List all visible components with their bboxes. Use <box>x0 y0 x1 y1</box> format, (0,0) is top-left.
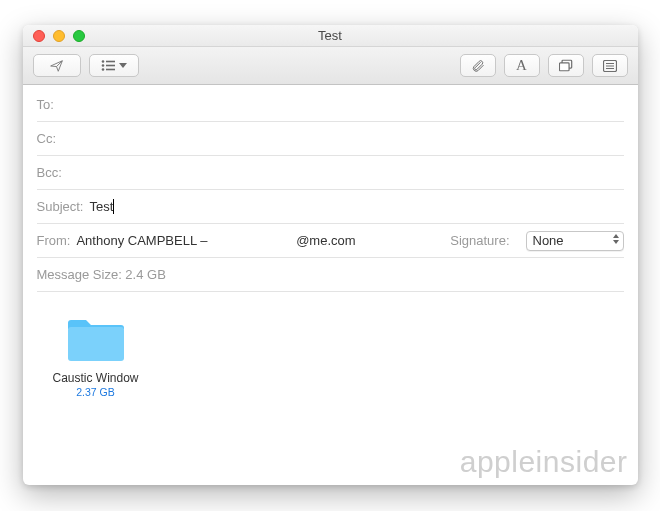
signature-group: Signature: None <box>450 231 623 251</box>
from-email-suffix: @me.com <box>296 233 355 248</box>
bcc-row: Bcc: <box>37 156 624 190</box>
subject-label: Subject: <box>37 199 84 214</box>
cc-input[interactable] <box>62 131 624 146</box>
signature-label: Signature: <box>450 233 509 248</box>
message-size-text: Message Size: 2.4 GB <box>37 267 166 282</box>
from-label: From: <box>37 233 71 248</box>
to-input[interactable] <box>60 97 624 112</box>
folder-icon <box>65 314 127 364</box>
message-body[interactable]: Caustic Window 2.37 GB appleinsider <box>23 292 638 485</box>
cc-label: Cc: <box>37 131 57 146</box>
list-icon <box>101 60 115 71</box>
svg-point-0 <box>101 60 104 63</box>
bcc-label: Bcc: <box>37 165 62 180</box>
select-stepper-icon <box>613 234 619 244</box>
letter-a-icon: A <box>516 57 527 74</box>
svg-rect-3 <box>106 65 115 67</box>
from-name[interactable]: Anthony CAMPBELL – <box>76 233 207 248</box>
header-fields-menu-button[interactable] <box>89 54 139 77</box>
from-row: From: Anthony CAMPBELL – @me.com Signatu… <box>37 224 624 258</box>
send-button[interactable] <box>33 54 81 77</box>
redacted-email-prefix <box>211 236 296 248</box>
toolbar: A <box>23 47 638 85</box>
cc-row: Cc: <box>37 122 624 156</box>
to-row: To: <box>37 88 624 122</box>
paperclip-icon <box>471 58 485 74</box>
paper-plane-icon <box>48 59 65 73</box>
titlebar: Test <box>23 25 638 47</box>
minimize-window-button[interactable] <box>53 30 65 42</box>
format-button[interactable]: A <box>504 54 540 77</box>
subject-row: Subject: Test <box>37 190 624 224</box>
compose-window: Test A <box>23 25 638 485</box>
window-title: Test <box>23 28 638 43</box>
message-size-row: Message Size: 2.4 GB <box>37 258 624 292</box>
svg-rect-5 <box>106 69 115 71</box>
stacked-panes-icon <box>559 59 573 72</box>
bcc-input[interactable] <box>68 165 624 180</box>
window-controls <box>23 30 85 42</box>
svg-rect-12 <box>68 327 124 361</box>
subject-value[interactable]: Test <box>89 199 113 214</box>
svg-rect-7 <box>559 63 569 71</box>
signature-select[interactable]: None <box>526 231 624 251</box>
close-window-button[interactable] <box>33 30 45 42</box>
svg-point-2 <box>101 64 104 67</box>
text-cursor <box>113 199 114 214</box>
attachment-name: Caustic Window <box>41 371 151 385</box>
attachment[interactable]: Caustic Window 2.37 GB <box>41 314 151 398</box>
signature-value: None <box>533 233 564 248</box>
photo-browser-button[interactable] <box>548 54 584 77</box>
chevron-down-icon <box>119 63 127 68</box>
attach-button[interactable] <box>460 54 496 77</box>
svg-point-4 <box>101 68 104 71</box>
header-fields: To: Cc: Bcc: Subject: Test From: Anthony… <box>23 85 638 292</box>
attachment-size: 2.37 GB <box>41 386 151 398</box>
watermark: appleinsider <box>460 445 628 479</box>
list-panel-icon <box>603 60 617 72</box>
to-label: To: <box>37 97 54 112</box>
maximize-window-button[interactable] <box>73 30 85 42</box>
markup-button[interactable] <box>592 54 628 77</box>
svg-rect-1 <box>106 61 115 63</box>
